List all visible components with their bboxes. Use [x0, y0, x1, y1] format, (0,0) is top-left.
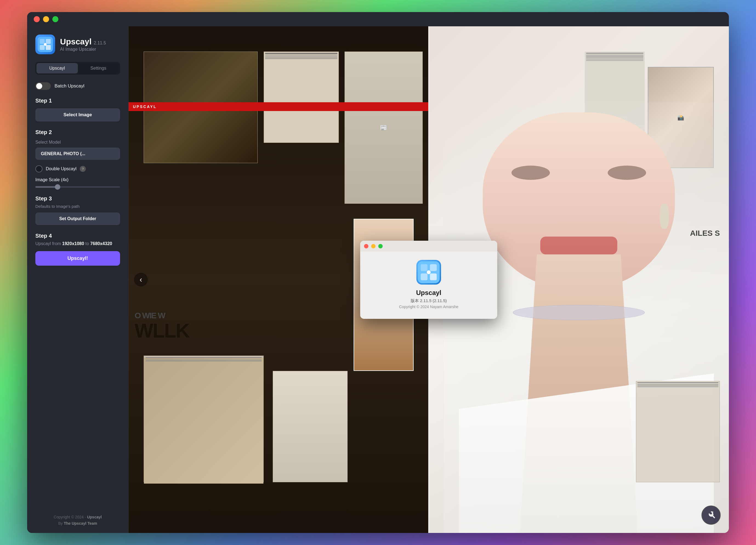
app-version: 2.11.5	[94, 41, 106, 46]
dialog-app-icon	[416, 260, 441, 285]
image-scale-slider[interactable]	[35, 186, 120, 188]
dialog-app-name: Upscayl	[416, 289, 441, 297]
tab-upscayl[interactable]: Upscayl	[36, 63, 78, 73]
step3-label: Step 3	[35, 195, 120, 202]
model-select[interactable]: GENERAL PHOTO (...	[35, 147, 120, 160]
traffic-lights	[34, 16, 58, 22]
tab-settings[interactable]: Settings	[78, 63, 119, 73]
select-model-label: Select Model	[35, 140, 120, 145]
select-image-button[interactable]: Select Image	[35, 108, 120, 121]
double-upscayl-toggle[interactable]	[35, 165, 42, 172]
app-subtitle: AI Image Upscaler	[60, 47, 106, 52]
app-name: Upscayl 2.11.5	[60, 37, 106, 46]
footer-team: By The Upscayl Team	[35, 520, 120, 526]
image-scale-label: Image Scale (4x)	[35, 177, 120, 182]
svg-rect-1	[40, 39, 45, 44]
slider-fill	[35, 186, 56, 188]
set-output-folder-button[interactable]: Set Output Folder	[35, 212, 120, 225]
batch-label: Batch Upscayl	[55, 83, 84, 89]
step1-label: Step 1	[35, 98, 120, 104]
minimize-button[interactable]	[43, 16, 49, 22]
upscayl-info: Upscayl from 1920x1080 to 7680x4320	[35, 241, 120, 246]
double-upscayl-label: Double Upscayl	[46, 166, 76, 171]
double-upscayl-row: Double Upscayl ?	[35, 165, 120, 172]
svg-point-11	[427, 270, 431, 274]
app-icon	[35, 35, 55, 54]
svg-point-5	[44, 43, 47, 46]
footer-copyright: Copyright © 2024 - Upscayl	[35, 514, 120, 520]
step2-label: Step 2	[35, 129, 120, 135]
app-body: Upscayl 2.11.5 AI Image Upscaler Upscayl…	[27, 26, 729, 533]
about-dialog-overlay: Upscayl 版本 2.11.5 (2.11.5) Copyright © 2…	[129, 26, 729, 533]
to-res: 7680x4320	[90, 241, 112, 246]
slider-thumb[interactable]	[55, 184, 60, 190]
svg-rect-2	[46, 39, 51, 44]
svg-rect-3	[40, 45, 45, 50]
maximize-button[interactable]	[52, 16, 58, 22]
batch-row: Batch Upscayl	[35, 82, 120, 90]
main-window: Upscayl 2.11.5 AI Image Upscaler Upscayl…	[27, 12, 729, 533]
upscayl-button[interactable]: Upscayl!	[35, 251, 120, 266]
dialog-minimize[interactable]	[371, 244, 376, 248]
step4-label: Step 4	[35, 233, 120, 239]
help-icon[interactable]: ?	[80, 166, 86, 172]
dialog-titlebar	[360, 241, 497, 252]
dialog-maximize[interactable]	[378, 244, 383, 248]
titlebar	[27, 12, 729, 26]
about-dialog: Upscayl 版本 2.11.5 (2.11.5) Copyright © 2…	[360, 241, 497, 319]
output-path-hint: Defaults to Image's path	[35, 204, 120, 209]
svg-rect-8	[430, 264, 437, 271]
app-header: Upscayl 2.11.5 AI Image Upscaler	[35, 35, 120, 54]
dialog-close[interactable]	[364, 244, 368, 248]
toggle-knob	[36, 83, 42, 89]
svg-rect-4	[46, 45, 51, 50]
from-res: 1920x1080	[62, 241, 84, 246]
sidebar-footer: Copyright © 2024 - Upscayl By The Upscay…	[35, 514, 120, 526]
dialog-version: 版本 2.11.5 (2.11.5)	[411, 298, 447, 303]
svg-rect-9	[421, 273, 428, 280]
close-button[interactable]	[34, 16, 40, 22]
batch-toggle[interactable]	[35, 82, 51, 90]
main-content: UPSCAYL 📰	[129, 26, 729, 533]
svg-rect-10	[430, 273, 437, 280]
dialog-copyright: Copyright © 2024 Nayam Amarshe	[399, 305, 459, 309]
svg-rect-7	[421, 264, 428, 271]
sidebar: Upscayl 2.11.5 AI Image Upscaler Upscayl…	[27, 26, 129, 533]
tab-bar: Upscayl Settings	[35, 62, 120, 75]
app-title-block: Upscayl 2.11.5 AI Image Upscaler	[60, 37, 106, 52]
